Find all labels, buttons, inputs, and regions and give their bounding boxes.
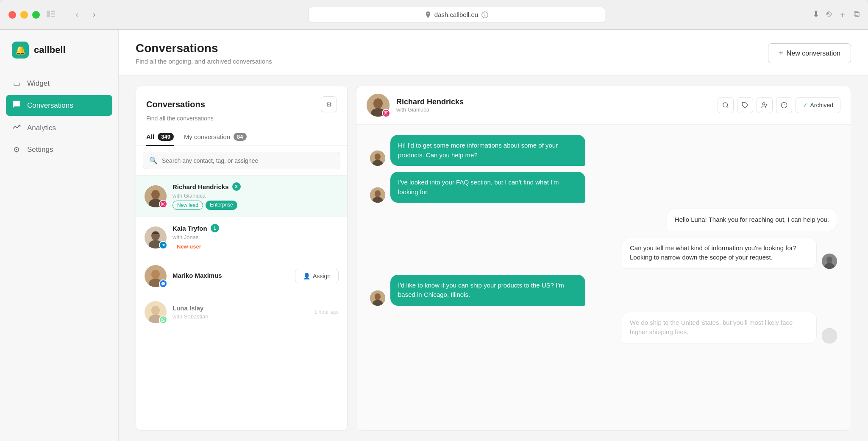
message-bubble-m6: We do ship to the United States, but you… xyxy=(622,312,817,343)
assign-button-mariko[interactable]: 👤 Assign xyxy=(295,269,339,283)
unread-badge-kaia: 1 xyxy=(211,224,219,232)
channel-badge-whatsapp xyxy=(159,315,167,324)
avatar-wrap-luna xyxy=(145,301,167,323)
sidebar-item-analytics[interactable]: Analytics xyxy=(6,117,112,138)
channel-badge-messenger xyxy=(159,279,167,288)
chat-search-button[interactable] xyxy=(718,97,734,113)
conv-panel-header: Conversations ⚙ Find all the conversatio… xyxy=(136,86,347,146)
channel-badge-telegram xyxy=(159,241,167,249)
message-row-m1: Hi! I'd to get some more informations ab… xyxy=(370,135,837,166)
tag-enterprise: Enterprise xyxy=(206,201,237,210)
search-input[interactable] xyxy=(162,157,334,164)
sidebar: 🔔 callbell ▭ Widget Conversations xyxy=(0,30,119,441)
svg-point-5 xyxy=(151,190,160,199)
nav-items: ▭ Widget Conversations Analyt xyxy=(0,74,118,159)
widget-icon: ▭ xyxy=(12,79,21,88)
svg-point-19 xyxy=(723,103,728,107)
svg-rect-2 xyxy=(51,13,55,14)
tab-all-count: 349 xyxy=(158,133,174,141)
sidebar-item-label-settings: Settings xyxy=(27,145,53,154)
conv-item-assignee-richard: with Gianluca xyxy=(172,193,339,199)
tag-new-lead: New lead xyxy=(172,201,203,210)
tab-all-label: All xyxy=(146,133,154,140)
conv-item-kaia[interactable]: Kaia Tryfon 1 with Jonas New user xyxy=(136,217,347,258)
conv-item-name-kaia: Kaia Tryfon xyxy=(172,225,207,232)
msg-avatar-user-2 xyxy=(370,187,385,203)
message-row-m3: Hello Luna! Thank you for reaching out, … xyxy=(370,209,837,231)
logo-text: callbell xyxy=(34,45,66,56)
tab-all[interactable]: All 349 xyxy=(146,128,174,146)
unread-badge-richard: 3 xyxy=(232,182,241,191)
new-conversation-label: New conversation xyxy=(787,50,840,57)
svg-point-14 xyxy=(151,306,160,315)
chat-tag-button[interactable] xyxy=(737,97,753,113)
tab-my-conversation[interactable]: My conversation 84 xyxy=(184,128,247,146)
search-icon: 🔍 xyxy=(149,156,158,165)
traffic-light-red[interactable] xyxy=(8,11,16,19)
traffic-light-yellow[interactable] xyxy=(20,11,28,19)
address-bar: dash.callbell.eu xyxy=(309,7,605,23)
sidebar-toggle-btn[interactable] xyxy=(47,11,55,19)
share-icon[interactable]: ⎋ xyxy=(826,9,832,20)
chat-assign-button[interactable] xyxy=(757,97,773,113)
conv-item-luna[interactable]: Luna Islay with Sebastian 1 hour ago xyxy=(136,294,347,330)
assign-label: Assign xyxy=(313,273,331,279)
settings-icon: ⚙ xyxy=(12,145,21,154)
message-bubble-m3: Hello Luna! Thank you for reaching out, … xyxy=(667,209,837,231)
forward-button[interactable]: › xyxy=(87,8,101,22)
channel-badge-instagram xyxy=(159,200,167,208)
page-header: Conversations Find all the ongoing, and … xyxy=(119,30,868,75)
avatar-wrap-mariko xyxy=(145,265,167,287)
message-row-m4: Can you tell me what kind of information… xyxy=(370,237,837,269)
archived-button[interactable]: ✓ Archived xyxy=(796,97,840,113)
message-bubble-m1: Hi! I'd to get some more informations ab… xyxy=(390,135,585,166)
conversation-list-panel: Conversations ⚙ Find all the conversatio… xyxy=(136,86,348,431)
chat-contact-sub: with Gianluca xyxy=(396,106,711,113)
back-button[interactable]: ‹ xyxy=(70,8,84,22)
conv-item-richard[interactable]: Richard Hendricks 3 with Gianluca New le… xyxy=(136,176,347,217)
assign-person-icon: 👤 xyxy=(303,273,310,279)
conv-item-mariko[interactable]: Mariko Maximus 👤 Assign xyxy=(136,258,347,294)
message-bubble-m4: Can you tell me what kind of information… xyxy=(622,237,817,269)
sidebar-item-settings[interactable]: ⚙ Settings xyxy=(6,140,112,159)
conv-item-tags-richard: New lead Enterprise xyxy=(172,201,339,210)
svg-point-22 xyxy=(762,103,765,105)
traffic-light-green[interactable] xyxy=(32,11,40,19)
svg-rect-3 xyxy=(51,16,55,17)
conv-settings-button[interactable]: ⚙ xyxy=(321,96,337,112)
plus-icon: + xyxy=(779,49,783,58)
conv-item-info-luna: Luna Islay with Sebastian xyxy=(172,304,309,320)
sidebar-item-label-conversations: Conversations xyxy=(27,101,73,110)
conv-item-assignee-kaia: with Jonas xyxy=(172,234,339,240)
chat-info-button[interactable] xyxy=(776,97,792,113)
chat-channel-badge-instagram xyxy=(382,109,390,117)
chat-avatar-wrap xyxy=(367,94,389,117)
conv-item-info-kaia: Kaia Tryfon 1 with Jonas New user xyxy=(172,224,339,251)
sidebar-item-conversations[interactable]: Conversations xyxy=(6,95,112,116)
chat-header-actions: ✓ Archived xyxy=(718,97,840,113)
svg-point-32 xyxy=(375,190,381,197)
msg-avatar-agent xyxy=(822,254,837,269)
page-subtitle: Find all the ongoing, and archived conve… xyxy=(136,58,272,65)
svg-point-17 xyxy=(373,98,383,109)
new-tab-icon[interactable]: ＋ xyxy=(838,9,847,20)
conv-item-assignee-luna: with Sebastian xyxy=(172,313,309,320)
message-row-m6: We do ship to the United States, but you… xyxy=(370,312,837,343)
conv-search: 🔍 xyxy=(136,146,347,176)
conv-panel-title: Conversations xyxy=(146,100,205,109)
conversation-list: Richard Hendricks 3 with Gianluca New le… xyxy=(136,176,347,430)
conv-item-name-richard: Richard Hendricks xyxy=(172,183,229,190)
conv-item-tags-kaia: New user xyxy=(172,242,339,251)
msg-avatar-agent-2 xyxy=(822,328,837,343)
message-row-m2: I've looked into your FAQ section, but I… xyxy=(370,172,837,203)
msg-avatar-user-3 xyxy=(370,290,385,306)
chat-header: Richard Hendricks with Gianluca xyxy=(356,86,851,125)
logo: 🔔 callbell xyxy=(0,42,118,74)
chat-header-info: Richard Hendricks with Gianluca xyxy=(396,98,711,113)
tab-my-label: My conversation xyxy=(184,133,230,140)
message-bubble-m5: I'd like to know if you can ship your pr… xyxy=(390,275,585,306)
sidebar-item-widget[interactable]: ▭ Widget xyxy=(6,74,112,93)
tabs-icon[interactable]: ⧉ xyxy=(854,9,860,20)
new-conversation-button[interactable]: + New conversation xyxy=(768,43,851,63)
download-icon[interactable]: ⬇ xyxy=(812,9,820,20)
